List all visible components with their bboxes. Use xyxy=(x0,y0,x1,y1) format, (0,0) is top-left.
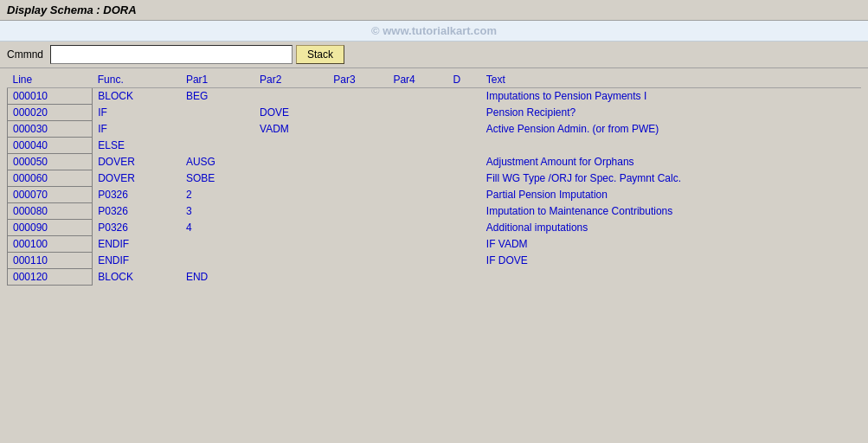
cell-text: Adjustment Amount for Orphans xyxy=(481,154,861,170)
table-row: 000110ENDIFIF DOVE xyxy=(8,253,862,269)
cell-line: 000040 xyxy=(8,138,93,154)
cell-par2 xyxy=(254,269,328,286)
watermark-text: © www.tutorialkart.com xyxy=(371,24,497,37)
cell-par3 xyxy=(328,105,388,121)
cell-d xyxy=(448,220,481,236)
table-row: 000010BLOCKBEGImputations to Pension Pay… xyxy=(8,88,862,105)
cell-par2: DOVE xyxy=(254,105,328,121)
command-bar: Cmmnd Stack xyxy=(0,42,868,68)
col-header-line: Line xyxy=(8,72,93,88)
cell-par3 xyxy=(328,203,388,220)
table-row: 000060DOVERSOBEFill WG Type /ORJ for Spe… xyxy=(8,170,862,187)
col-header-par4: Par4 xyxy=(388,72,447,88)
cell-par1: END xyxy=(181,269,254,286)
cell-par2 xyxy=(254,170,328,187)
table-row: 000050DOVERAUSGAdjustment Amount for Orp… xyxy=(8,154,862,170)
cell-par3 xyxy=(328,187,388,203)
cell-par1: AUSG xyxy=(181,154,254,170)
cell-par3 xyxy=(328,88,388,105)
cell-par3 xyxy=(328,170,388,187)
cell-par3 xyxy=(328,269,388,286)
cell-line: 000010 xyxy=(8,88,93,105)
cell-par1 xyxy=(181,253,254,269)
cell-text: Active Pension Admin. (or from PWE) xyxy=(481,121,861,138)
cell-line: 000110 xyxy=(8,253,93,269)
cell-func: DOVER xyxy=(93,154,181,170)
cell-d xyxy=(448,170,481,187)
cell-line: 000030 xyxy=(8,121,93,138)
command-label: Cmmnd xyxy=(7,48,43,61)
cell-func: IF xyxy=(93,105,181,121)
title-bar: Display Schema : DORA xyxy=(0,0,868,21)
cell-line: 000070 xyxy=(8,187,93,203)
command-input[interactable] xyxy=(50,45,293,64)
table-row: 000080P03263Imputation to Maintenance Co… xyxy=(8,203,862,220)
cell-d xyxy=(448,187,481,203)
cell-par1 xyxy=(181,236,254,253)
cell-line: 000020 xyxy=(8,105,93,121)
cell-d xyxy=(448,203,481,220)
main-content: Line Func. Par1 Par2 Par3 Par4 D Text 00… xyxy=(0,68,868,289)
cell-par4 xyxy=(388,121,447,138)
cell-func: P0326 xyxy=(93,220,181,236)
cell-d xyxy=(448,154,481,170)
cell-par2 xyxy=(254,138,328,154)
col-header-d: D xyxy=(448,72,481,88)
cell-par4 xyxy=(388,203,447,220)
cell-line: 000120 xyxy=(8,269,93,286)
cell-par1 xyxy=(181,121,254,138)
title-text: Display Schema : DORA xyxy=(7,3,137,16)
cell-func: BLOCK xyxy=(93,88,181,105)
cell-text: Fill WG Type /ORJ for Spec. Paymnt Calc. xyxy=(481,170,861,187)
cell-text xyxy=(481,269,861,286)
table-row: 000090P03264Additional imputations xyxy=(8,220,862,236)
cell-par4 xyxy=(388,236,447,253)
cell-par4 xyxy=(388,220,447,236)
cell-par2 xyxy=(254,253,328,269)
table-row: 000100ENDIFIF VADM xyxy=(8,236,862,253)
cell-par2 xyxy=(254,154,328,170)
cell-par1 xyxy=(181,105,254,121)
table-row: 000020IFDOVEPension Recipient? xyxy=(8,105,862,121)
cell-par4 xyxy=(388,105,447,121)
cell-d xyxy=(448,121,481,138)
cell-par4 xyxy=(388,170,447,187)
cell-line: 000050 xyxy=(8,154,93,170)
cell-par2 xyxy=(254,236,328,253)
cell-text: Imputation to Maintenance Contributions xyxy=(481,203,861,220)
cell-par4 xyxy=(388,187,447,203)
cell-func: ENDIF xyxy=(93,236,181,253)
cell-par1: 2 xyxy=(181,187,254,203)
cell-func: P0326 xyxy=(93,187,181,203)
cell-par3 xyxy=(328,121,388,138)
cell-par2 xyxy=(254,187,328,203)
col-header-text: Text xyxy=(481,72,861,88)
cell-par1: SOBE xyxy=(181,170,254,187)
table-row: 000030IFVADMActive Pension Admin. (or fr… xyxy=(8,121,862,138)
cell-par3 xyxy=(328,253,388,269)
cell-line: 000090 xyxy=(8,220,93,236)
cell-d xyxy=(448,105,481,121)
cell-par2: VADM xyxy=(254,121,328,138)
col-header-par1: Par1 xyxy=(181,72,254,88)
cell-text: Pension Recipient? xyxy=(481,105,861,121)
cell-d xyxy=(448,269,481,286)
cell-par3 xyxy=(328,138,388,154)
cell-d xyxy=(448,88,481,105)
cell-par1: 4 xyxy=(181,220,254,236)
cell-par4 xyxy=(388,154,447,170)
cell-par4 xyxy=(388,253,447,269)
cell-text: IF DOVE xyxy=(481,253,861,269)
cell-line: 000060 xyxy=(8,170,93,187)
cell-par3 xyxy=(328,154,388,170)
cell-func: DOVER xyxy=(93,170,181,187)
stack-button[interactable]: Stack xyxy=(296,45,344,64)
cell-line: 000100 xyxy=(8,236,93,253)
cell-par4 xyxy=(388,269,447,286)
table-row: 000070P03262Partial Pension Imputation xyxy=(8,187,862,203)
cell-par4 xyxy=(388,138,447,154)
col-header-func: Func. xyxy=(93,72,181,88)
cell-text: IF VADM xyxy=(481,236,861,253)
col-header-par3: Par3 xyxy=(328,72,388,88)
cell-par1: 3 xyxy=(181,203,254,220)
